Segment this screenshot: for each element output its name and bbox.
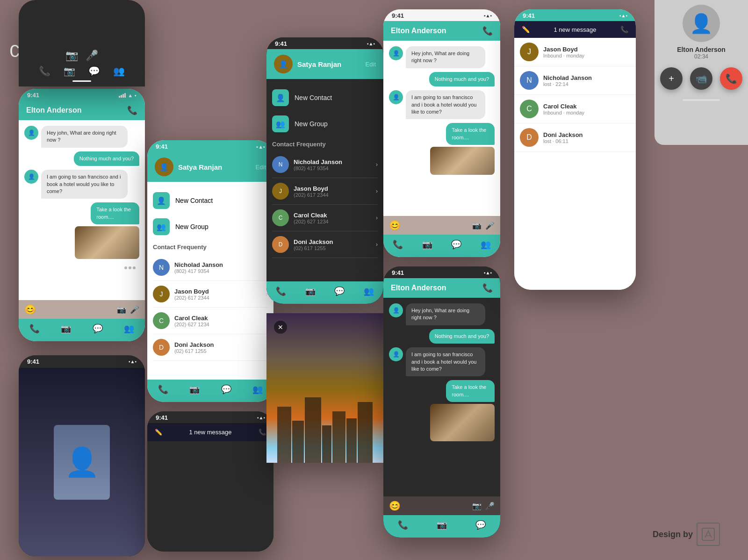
input-area-4b: 😊 📷 🎤 xyxy=(383,496,500,515)
phone-icon-4b[interactable]: 📞 xyxy=(482,283,493,293)
cn-3-3: Doni Jackson xyxy=(294,238,371,245)
close-button[interactable]: ✕ xyxy=(274,321,287,334)
msg-bubble-4-1: Hey john, What are doing right now ? xyxy=(406,46,485,68)
msg-row-4-1: 👤 Hey john, What are doing right now ? xyxy=(389,46,495,68)
mic-icon-4[interactable]: 🎤 xyxy=(485,221,495,230)
time-2b: 9:41 xyxy=(156,414,168,421)
fab-video[interactable]: 📹 xyxy=(690,67,712,90)
new-contact-item-3[interactable]: 👤 New Contact xyxy=(272,85,378,111)
nav-phone-4b[interactable]: 📞 xyxy=(398,520,408,530)
section-title-3: Contact Frequenty xyxy=(272,141,378,148)
msg-list-item-5-0[interactable]: J Jason Boyd Inbound · monday xyxy=(514,38,636,66)
mic-icon-4b[interactable]: 🎤 xyxy=(485,502,495,510)
camera-icon-4[interactable]: 📷 xyxy=(472,221,482,230)
contact-item-2-0[interactable]: N Nicholad Janson (802) 417 9354 › xyxy=(153,254,268,281)
chat-header-4: Elton Anderson 📞 xyxy=(383,21,500,41)
contact-avatar-2-3: D xyxy=(153,339,170,356)
fab-plus[interactable]: + xyxy=(660,67,683,90)
contact-item-2-2[interactable]: C Carol Cleak (202) 627 1234 › xyxy=(153,308,268,334)
camera-icon-1[interactable]: 📷 xyxy=(117,305,126,314)
nav-phone-1[interactable]: 📞 xyxy=(29,323,40,334)
chat-contact-name-1: Elton Anderson xyxy=(26,106,82,115)
contact-avatar-2-2: C xyxy=(153,312,170,329)
phone-icon-4[interactable]: 📞 xyxy=(482,26,493,36)
nav-contacts-2[interactable]: 👥 xyxy=(252,384,263,395)
dark-mic-icon[interactable]: 🎤 xyxy=(86,50,98,62)
cp-3-2: (202) 627 1234 xyxy=(294,219,371,224)
chat-area-1: 👤 Hey john, What are doing right now ? N… xyxy=(19,120,145,300)
mli-5-1: Nicholad Janson lost · 22:14 xyxy=(543,74,630,87)
nav-phone-2[interactable]: 📞 xyxy=(158,384,168,395)
new-group-item-3[interactable]: 👥 New Group xyxy=(272,111,378,137)
fab-phone[interactable]: 📞 xyxy=(720,67,742,90)
new-contact-label-3: New Contact xyxy=(295,94,332,101)
new-contact-item-2[interactable]: 👤 New Contact xyxy=(153,187,268,214)
msg-row-4b-1: 👤 Hey john, What are doing right now ? xyxy=(389,303,495,325)
dark-camera-icon[interactable]: 📷 xyxy=(65,50,78,62)
msg-bubble-3: I am going to san francisco and i book a… xyxy=(41,170,128,199)
msg-image-1 xyxy=(75,226,139,259)
nav-chat-2[interactable]: 💬 xyxy=(221,384,231,395)
nav-contacts-3[interactable]: 👥 xyxy=(364,286,374,296)
nav-chat-4b[interactable]: 💬 xyxy=(475,520,486,530)
phone-1-chat: 9:41 ▲ ▪ Elton Anderson 📞 👤 xyxy=(19,89,145,341)
icons-3: ▪▲▪ xyxy=(367,41,375,46)
contact-item-2-3[interactable]: D Doni Jackson (02) 617 1255 › xyxy=(153,334,268,361)
bottom-nav-1: 📞 📷 💬 👥 xyxy=(19,319,145,341)
emoji-button-1[interactable]: 😊 xyxy=(24,304,36,315)
nav-chat-3[interactable]: 💬 xyxy=(334,286,345,296)
phone-icon-1[interactable]: 📞 xyxy=(127,105,137,115)
mic-icon-1[interactable]: 🎤 xyxy=(130,305,139,314)
nav-contacts-1[interactable]: 👥 xyxy=(124,323,134,334)
dark-nav-camera[interactable]: 📷 xyxy=(64,65,75,77)
emoji-btn-4[interactable]: 😊 xyxy=(389,220,401,231)
nav-camera-4[interactable]: 📷 xyxy=(422,239,432,250)
nav-phone-4[interactable]: 📞 xyxy=(393,239,403,250)
cn-3-1: Jason Boyd xyxy=(294,185,371,192)
nav-phone-3[interactable]: 📞 xyxy=(276,286,286,296)
dark-nav-chat[interactable]: 💬 xyxy=(88,65,100,77)
nav-contacts-4[interactable]: 👥 xyxy=(481,239,491,250)
input-icons-1: 📷 🎤 xyxy=(117,305,139,314)
contact-info-2-3: Doni Jackson (02) 617 1255 xyxy=(174,341,261,354)
mli-5-3: Doni Jackson lost · 06:11 xyxy=(543,131,630,144)
phone-icon-2b[interactable]: 📞 xyxy=(259,429,266,436)
status-bar-5: 9:41 ▪▲▪ xyxy=(514,9,636,21)
phone-icon-5[interactable]: 📞 xyxy=(620,26,628,33)
contact-item-3-2[interactable]: C Carol Cleak (202) 627 1234 › xyxy=(272,205,378,231)
edit-button-3[interactable]: Edit xyxy=(366,61,376,68)
nav-camera-1[interactable]: 📷 xyxy=(61,323,71,334)
dark-nav-contacts[interactable]: 👥 xyxy=(113,65,125,77)
msg-list-item-5-1[interactable]: N Nicholad Janson lost · 22:14 xyxy=(514,66,636,95)
contact-item-3-1[interactable]: J Jason Boyd (202) 617 2344 › xyxy=(272,178,378,205)
msg-avatar-1: 👤 xyxy=(24,126,38,140)
bottom-nav-4: 📞 📷 💬 👥 xyxy=(383,235,500,257)
msg-list-item-5-2[interactable]: C Carol Cleak Inbound · monday xyxy=(514,95,636,123)
nav-chat-1[interactable]: 💬 xyxy=(93,323,103,334)
new-group-item-2[interactable]: 👥 New Group xyxy=(153,214,268,240)
new-group-icon-2: 👥 xyxy=(153,218,170,235)
nav-camera-2[interactable]: 📷 xyxy=(189,384,200,395)
nav-camera-4b[interactable]: 📷 xyxy=(437,520,447,530)
ca-3-1: J xyxy=(272,183,289,200)
edit-button-2[interactable]: Edit xyxy=(256,164,266,171)
contact-item-3-0[interactable]: N Nicholad Janson (802) 417 9354 › xyxy=(272,151,378,178)
msg-row-4-4: Take a look the room.... xyxy=(389,123,495,175)
msg-bubble-2: Nothing much and you? xyxy=(74,151,139,166)
nav-chat-4[interactable]: 💬 xyxy=(451,239,461,250)
dark-nav-phone[interactable]: 📞 xyxy=(39,65,50,77)
emoji-btn-4b[interactable]: 😊 xyxy=(389,500,401,511)
person-add-icon-3: 👤 xyxy=(276,93,285,102)
mla-5-2: C xyxy=(520,100,539,118)
status-bar-4: 9:41 ▪▲▪ xyxy=(383,9,500,21)
phone-3-dark-contacts: 9:41 ▪▲▪ 👤 Satya Ranjan Edit 👤 New Conta… xyxy=(266,37,383,304)
nav-camera-3[interactable]: 📷 xyxy=(305,286,316,296)
contact-info-2-2: Carol Cleak (202) 627 1234 xyxy=(174,315,261,327)
time-5: 9:41 xyxy=(523,12,535,19)
time-3: 9:41 xyxy=(275,40,287,47)
contact-item-2-1[interactable]: J Jason Boyd (202) 617 2344 › xyxy=(153,281,268,308)
msg-list-item-5-3[interactable]: D Doni Jackson lost · 06:11 xyxy=(514,123,636,152)
camera-icon-4b[interactable]: 📷 xyxy=(472,502,482,510)
contact-item-3-3[interactable]: D Doni Jackson (02) 617 1255 › xyxy=(272,231,378,258)
time-2: 9:41 xyxy=(156,143,168,150)
